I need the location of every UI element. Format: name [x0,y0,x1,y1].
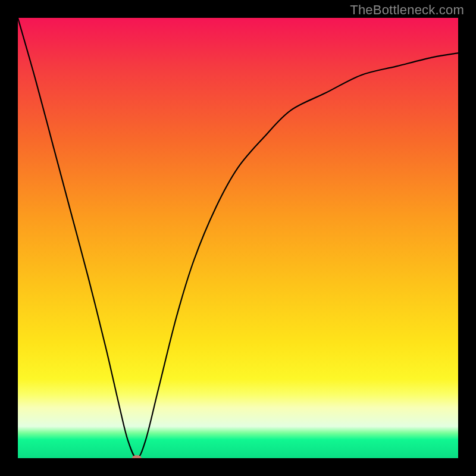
plot-area [18,18,458,458]
bottleneck-curve-svg [18,18,458,458]
axis-bottom [0,458,476,476]
bottleneck-curve-path [18,18,458,458]
watermark-text: TheBottleneck.com [350,2,464,18]
axis-left [0,0,18,476]
axis-right [458,0,476,476]
chart-frame: TheBottleneck.com [0,0,476,476]
